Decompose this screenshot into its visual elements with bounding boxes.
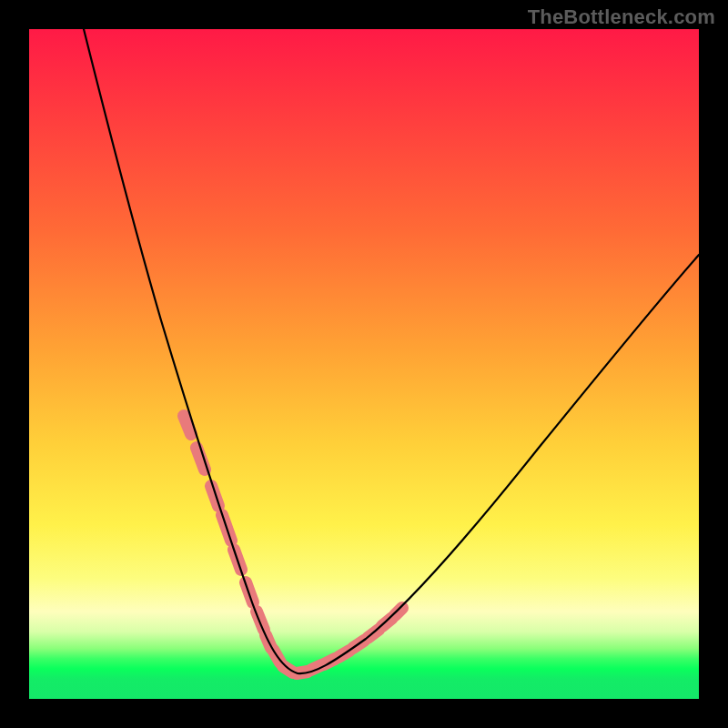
- watermark-text: TheBottleneck.com: [528, 5, 715, 29]
- chart-svg: [29, 29, 699, 699]
- outer-frame: TheBottleneck.com: [0, 0, 728, 728]
- bottleneck-curve: [84, 29, 699, 673]
- svg-line-0: [184, 416, 191, 434]
- plot-area: [29, 29, 699, 699]
